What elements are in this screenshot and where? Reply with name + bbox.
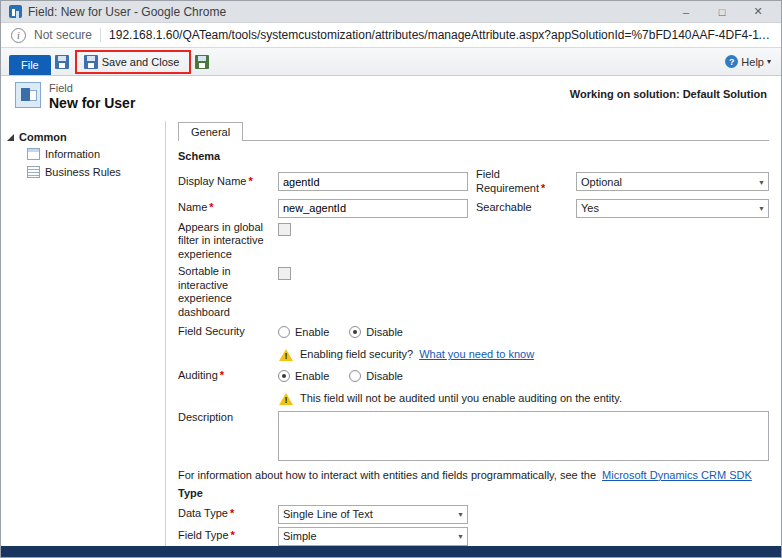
help-button[interactable]: ? Help ▾ bbox=[725, 55, 771, 68]
sidebar-item-label: Business Rules bbox=[45, 166, 121, 178]
save-and-close-label: Save and Close bbox=[102, 56, 180, 68]
selected-value: Simple bbox=[283, 530, 317, 542]
sdk-note: For information about how to interact wi… bbox=[178, 469, 769, 481]
file-tab[interactable]: File bbox=[9, 55, 51, 75]
name-input[interactable] bbox=[278, 199, 468, 218]
auditing-disable-radio[interactable] bbox=[349, 370, 361, 382]
security-warning-link[interactable]: What you need to know bbox=[419, 348, 534, 360]
field-type-label: Field Type* bbox=[178, 529, 270, 543]
save-icon bbox=[55, 55, 69, 69]
save-button[interactable] bbox=[51, 53, 73, 71]
sortable-label: Sortable in interactive experience dashb… bbox=[178, 265, 270, 320]
url-text[interactable]: 192.168.1.60/QATeam/tools/systemcustomiz… bbox=[109, 28, 771, 42]
security-warning: ! Enabling field security? What you need… bbox=[278, 347, 769, 362]
schema-section-header: Schema bbox=[178, 150, 769, 162]
maximize-button[interactable]: □ bbox=[707, 6, 737, 18]
page-title: New for User bbox=[49, 95, 135, 111]
label-text: Searchable bbox=[476, 201, 532, 213]
field-security-label: Field Security bbox=[178, 325, 270, 339]
not-secure-label[interactable]: Not secure bbox=[34, 28, 92, 42]
global-filter-checkbox[interactable] bbox=[278, 223, 291, 236]
auditing-row: Auditing* Enable Disable bbox=[178, 367, 769, 386]
field-type-select[interactable]: Simple bbox=[278, 527, 468, 546]
collapse-triangle-icon bbox=[7, 134, 14, 141]
name-label: Name* bbox=[178, 201, 270, 215]
display-name-row: Display Name* Field Requirement* Optiona… bbox=[178, 168, 769, 196]
label-text: Auditing bbox=[178, 369, 218, 381]
warning-exclamation: ! bbox=[278, 351, 294, 361]
security-warning-row: ! Enabling field security? What you need… bbox=[178, 345, 769, 364]
field-security-enable-radio[interactable] bbox=[278, 326, 290, 338]
page-header: Field New for User Working on solution: … bbox=[1, 76, 781, 120]
sidebar-group-common[interactable]: Common bbox=[1, 129, 165, 145]
display-name-input[interactable] bbox=[278, 172, 468, 191]
field-security-row: Field Security Enable Disable bbox=[178, 323, 769, 342]
field-requirement-select[interactable]: Optional bbox=[576, 172, 769, 191]
information-icon bbox=[27, 148, 40, 160]
required-asterisk: * bbox=[230, 507, 234, 519]
type-section-header: Type bbox=[178, 487, 769, 499]
save-and-close-button[interactable]: Save and Close bbox=[80, 53, 184, 71]
help-label: Help bbox=[741, 56, 764, 68]
searchable-label: Searchable bbox=[476, 201, 568, 215]
close-button[interactable]: ✕ bbox=[743, 5, 773, 18]
sidebar-group-label: Common bbox=[19, 131, 67, 143]
auditing-warning: ! This field will not be audited until y… bbox=[278, 391, 769, 406]
sidebar-item-information[interactable]: Information bbox=[1, 145, 165, 163]
field-entity-icon bbox=[15, 82, 41, 108]
auditing-warning-text: This field will not be audited until you… bbox=[300, 392, 622, 404]
help-icon: ? bbox=[725, 55, 738, 68]
required-asterisk: * bbox=[248, 175, 252, 187]
field-security-enable-label: Enable bbox=[295, 326, 329, 338]
save-and-new-button[interactable] bbox=[191, 53, 213, 71]
address-separator bbox=[100, 28, 101, 42]
sidebar: Common Information Business Rules bbox=[1, 121, 166, 546]
address-bar: i Not secure 192.168.1.60/QATeam/tools/s… bbox=[1, 23, 781, 48]
data-type-row: Data Type* Single Line of Text bbox=[178, 505, 769, 524]
field-type-row: Field Type* Simple bbox=[178, 527, 769, 546]
auditing-options: Enable Disable bbox=[278, 370, 769, 382]
description-label: Description bbox=[178, 411, 270, 425]
warning-icon: ! bbox=[278, 392, 294, 405]
info-icon[interactable]: i bbox=[11, 28, 26, 43]
field-form: Schema Display Name* Field Requirement* … bbox=[178, 141, 769, 546]
auditing-label: Auditing* bbox=[178, 369, 270, 383]
sidebar-item-label: Information bbox=[45, 148, 100, 160]
field-security-options: Enable Disable bbox=[278, 326, 769, 338]
auditing-warning-row: ! This field will not be audited until y… bbox=[178, 389, 769, 408]
dynamics-app-icon bbox=[9, 5, 22, 18]
auditing-enable-label: Enable bbox=[295, 370, 329, 382]
searchable-select[interactable]: Yes bbox=[576, 199, 769, 218]
label-text: Field Requirement bbox=[476, 168, 539, 194]
save-and-new-icon bbox=[195, 55, 209, 69]
field-security-disable-radio[interactable] bbox=[349, 326, 361, 338]
required-asterisk: * bbox=[231, 529, 235, 541]
data-type-label: Data Type* bbox=[178, 507, 270, 521]
tab-bar: General bbox=[178, 121, 769, 141]
minimize-button[interactable]: – bbox=[671, 6, 701, 18]
global-filter-row: Appears in global filter in interactive … bbox=[178, 221, 769, 262]
sortable-row: Sortable in interactive experience dashb… bbox=[178, 265, 769, 320]
sdk-note-text: For information about how to interact wi… bbox=[178, 469, 596, 481]
data-type-select[interactable]: Single Line of Text bbox=[278, 505, 468, 524]
entity-type-label: Field bbox=[49, 82, 135, 94]
description-row: Description bbox=[178, 411, 769, 461]
sdk-link[interactable]: Microsoft Dynamics CRM SDK bbox=[602, 469, 752, 481]
required-asterisk: * bbox=[209, 201, 213, 213]
description-textarea[interactable] bbox=[278, 411, 769, 461]
sidebar-item-business-rules[interactable]: Business Rules bbox=[1, 163, 165, 181]
main-panel: General Schema Display Name* Field Requi… bbox=[166, 121, 781, 546]
required-asterisk: * bbox=[220, 369, 224, 381]
display-name-label: Display Name* bbox=[178, 175, 270, 189]
global-filter-label: Appears in global filter in interactive … bbox=[178, 221, 270, 262]
warning-exclamation: ! bbox=[278, 395, 294, 405]
auditing-enable-radio[interactable] bbox=[278, 370, 290, 382]
selected-value: Optional bbox=[581, 176, 622, 188]
header-text-block: Field New for User bbox=[49, 82, 135, 111]
auditing-disable-label: Disable bbox=[366, 370, 403, 382]
sortable-checkbox[interactable] bbox=[278, 267, 291, 280]
annotation-highlight-box: Save and Close bbox=[75, 50, 192, 74]
content-area: Common Information Business Rules Genera… bbox=[1, 121, 781, 546]
tab-general[interactable]: General bbox=[178, 122, 243, 141]
field-requirement-label: Field Requirement* bbox=[476, 168, 568, 196]
